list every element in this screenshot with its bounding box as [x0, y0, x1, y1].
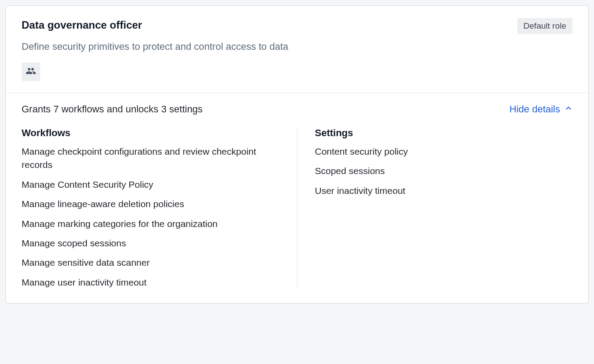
- hide-details-toggle[interactable]: Hide details: [509, 104, 572, 115]
- role-card-header: Data governance officer Default role Def…: [6, 6, 588, 93]
- details-columns: Workflows Manage checkpoint configuratio…: [22, 127, 572, 290]
- toggle-label: Hide details: [509, 104, 560, 115]
- list-item: Manage sensitive data scanner: [22, 256, 279, 269]
- list-item: Manage Content Security Policy: [22, 178, 279, 191]
- members-avatar-placeholder[interactable]: [22, 63, 40, 81]
- list-item: Manage checkpoint configurations and rev…: [22, 145, 279, 172]
- header-top-row: Data governance officer Default role: [22, 18, 572, 34]
- role-description: Define security primitives to protect an…: [22, 40, 572, 54]
- list-item: User inactivity timeout: [315, 184, 573, 197]
- chevron-up-icon: [564, 104, 572, 115]
- grants-summary: Grants 7 workflows and unlocks 3 setting…: [22, 104, 203, 115]
- role-title: Data governance officer: [22, 18, 142, 32]
- settings-column: Settings Content security policy Scoped …: [297, 127, 573, 290]
- role-card-body: Grants 7 workflows and unlocks 3 setting…: [6, 93, 588, 304]
- workflows-heading: Workflows: [22, 127, 279, 139]
- settings-list: Content security policy Scoped sessions …: [315, 145, 573, 197]
- list-item: Manage user inactivity timeout: [22, 276, 279, 289]
- workflows-list: Manage checkpoint configurations and rev…: [22, 145, 279, 290]
- list-item: Manage marking categories for the organi…: [22, 217, 279, 230]
- default-role-badge: Default role: [517, 18, 572, 34]
- list-item: Manage lineage-aware deletion policies: [22, 197, 279, 211]
- list-item: Content security policy: [315, 145, 573, 158]
- summary-row: Grants 7 workflows and unlocks 3 setting…: [22, 104, 572, 115]
- settings-heading: Settings: [315, 127, 573, 139]
- workflows-column: Workflows Manage checkpoint configuratio…: [22, 127, 297, 290]
- role-card: Data governance officer Default role Def…: [5, 5, 589, 304]
- list-item: Manage scoped sessions: [22, 237, 279, 250]
- people-icon: [26, 66, 36, 78]
- list-item: Scoped sessions: [315, 164, 573, 178]
